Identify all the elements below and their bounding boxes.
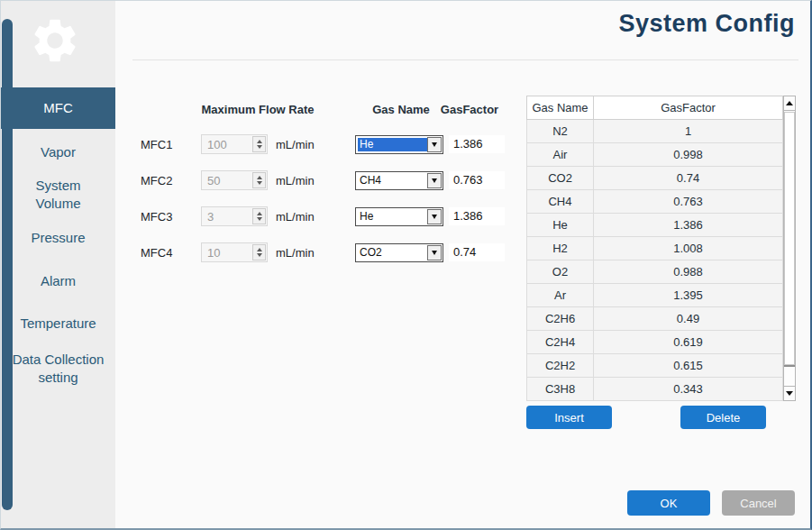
- sidebar-item-mfc[interactable]: MFC: [1, 87, 115, 129]
- sidebar-item-pressure[interactable]: Pressure: [1, 229, 115, 249]
- max-flow-rate-header: Maximum Flow Rate: [190, 103, 325, 116]
- header-divider: [132, 59, 798, 60]
- dropdown-arrow-button[interactable]: [427, 245, 442, 260]
- gas-table-header: Gas Name GasFactor: [526, 96, 783, 120]
- flow-rate-spinner[interactable]: 3: [201, 206, 268, 226]
- gas-factor-value: 1.386: [449, 135, 505, 153]
- flow-rate-value: 50: [202, 174, 252, 187]
- sidebar-item-alarm[interactable]: Alarm: [1, 272, 115, 292]
- flow-rate-spinner[interactable]: 100: [201, 134, 268, 154]
- table-scrollbar[interactable]: [783, 96, 796, 401]
- gas-name-cell: He: [527, 214, 594, 236]
- spinner-arrows-icon[interactable]: [252, 208, 266, 224]
- gas-table-header-gas-factor: GasFactor: [594, 96, 782, 119]
- gas-name-cell: C3H8: [527, 378, 594, 400]
- gas-factor-cell: 0.988: [594, 260, 782, 283]
- dropdown-arrow-button[interactable]: [427, 209, 442, 224]
- gas-table-row[interactable]: C2H2 0.615: [527, 354, 782, 378]
- flow-rate-value: 100: [202, 138, 252, 151]
- gas-factor-cell: 0.763: [594, 190, 782, 213]
- gas-factor-cell: 0.49: [594, 307, 782, 330]
- sidebar: MFCVaporSystem VolumePressureAlarmTemper…: [1, 1, 115, 528]
- gas-factor-cell: 1: [594, 120, 782, 142]
- chevron-down-icon: [432, 142, 437, 147]
- mfc-label: MFC2: [141, 174, 201, 187]
- gas-table-row[interactable]: Ar 1.395: [527, 284, 782, 307]
- gas-name-cell: Air: [527, 143, 594, 166]
- insert-button[interactable]: Insert: [526, 406, 612, 429]
- spinner-arrows-icon[interactable]: [252, 172, 266, 188]
- gas-dropdown-value: CO2: [358, 246, 427, 260]
- chevron-down-icon: [432, 215, 437, 219]
- gas-name-dropdown[interactable]: CH4: [355, 171, 443, 190]
- delete-button[interactable]: Delete: [680, 406, 766, 429]
- gas-dropdown-value: He: [358, 138, 427, 151]
- gas-table-header-gas-name: Gas Name: [527, 96, 594, 119]
- flow-unit: mL/min: [268, 246, 355, 260]
- flow-rate-value: 10: [202, 246, 252, 260]
- gas-table-row[interactable]: C2H4 0.619: [527, 331, 782, 354]
- mfc-rows: MFC1 100 mL/min He 1.386 MFC2 50 mL/min: [141, 134, 519, 279]
- gas-name-cell: O2: [527, 260, 594, 283]
- gas-name-dropdown[interactable]: CO2: [355, 243, 443, 262]
- gas-table-row[interactable]: Air 0.998: [527, 143, 782, 167]
- gas-factor-cell: 1.386: [594, 214, 782, 236]
- dropdown-arrow-button[interactable]: [427, 173, 442, 188]
- system-config-window: MFCVaporSystem VolumePressureAlarmTemper…: [0, 0, 812, 530]
- page-title: System Config: [618, 10, 795, 38]
- dropdown-arrow-button[interactable]: [427, 137, 442, 152]
- cancel-button[interactable]: Cancel: [722, 490, 795, 516]
- sidebar-item-temperature[interactable]: Temperature: [1, 315, 115, 334]
- gas-factor-value: 1.386: [449, 207, 505, 225]
- mfc-row: MFC3 3 mL/min He 1.386: [141, 206, 519, 226]
- mfc-row: MFC1 100 mL/min He 1.386: [141, 134, 519, 154]
- flow-rate-spinner[interactable]: 50: [201, 170, 268, 190]
- gas-table-row[interactable]: N2 1: [527, 120, 782, 143]
- spin-down-icon: [257, 181, 262, 185]
- sidebar-item-data-collection[interactable]: Data Collection setting: [1, 351, 115, 387]
- gear-icon: [26, 12, 84, 69]
- gas-factor-cell: 0.615: [594, 354, 782, 377]
- gas-table-row[interactable]: CO2 0.74: [527, 167, 782, 190]
- gas-factor-header: GasFactor: [440, 103, 499, 116]
- mfc-label: MFC3: [141, 210, 201, 224]
- gas-factor-table: Gas Name GasFactor N2 1 Air 0.998 CO2 0.…: [526, 96, 795, 401]
- scrollbar-thumb[interactable]: [784, 112, 795, 367]
- mfc-label: MFC4: [141, 246, 201, 260]
- gas-table-row[interactable]: O2 0.988: [527, 260, 782, 284]
- spin-down-icon: [257, 217, 262, 221]
- spin-up-icon: [257, 140, 262, 143]
- sidebar-item-vapor[interactable]: Vapor: [1, 143, 115, 163]
- spinner-arrows-icon[interactable]: [252, 136, 266, 152]
- sidebar-item-system-volume[interactable]: System Volume: [1, 177, 115, 216]
- gas-dropdown-value: CH4: [358, 174, 427, 187]
- gas-factor-value: 0.74: [449, 243, 505, 261]
- mfc-row: MFC2 50 mL/min CH4 0.763: [141, 170, 519, 190]
- gas-factor-cell: 1.008: [594, 237, 782, 260]
- gas-name-dropdown[interactable]: He: [355, 207, 443, 226]
- ok-button[interactable]: OK: [627, 490, 710, 516]
- chevron-down-icon: [432, 251, 437, 255]
- gas-name-cell: Ar: [527, 284, 594, 306]
- gas-name-dropdown[interactable]: He: [355, 135, 443, 154]
- flow-rate-spinner[interactable]: 10: [201, 242, 268, 262]
- gas-name-cell: CH4: [527, 190, 594, 213]
- scroll-up-button[interactable]: [784, 96, 795, 111]
- spin-down-icon: [257, 145, 262, 149]
- gas-table-row[interactable]: He 1.386: [527, 214, 782, 237]
- gas-name-header: Gas Name: [364, 103, 438, 116]
- gas-table-row[interactable]: C3H8 0.343: [527, 378, 782, 401]
- spin-up-icon: [257, 212, 262, 215]
- flow-rate-value: 3: [202, 210, 252, 224]
- gas-table-row[interactable]: C2H6 0.49: [527, 307, 782, 331]
- gas-name-cell: C2H4: [527, 331, 594, 353]
- flow-unit: mL/min: [268, 138, 355, 151]
- gas-name-cell: C2H2: [527, 354, 594, 377]
- scroll-down-button[interactable]: [784, 386, 795, 400]
- gas-table-row[interactable]: CH4 0.763: [527, 190, 782, 214]
- spin-down-icon: [257, 253, 262, 257]
- mfc-label: MFC1: [141, 138, 201, 151]
- gas-table-row[interactable]: H2 1.008: [527, 237, 782, 260]
- spinner-arrows-icon[interactable]: [252, 244, 266, 260]
- gas-factor-cell: 0.343: [594, 378, 782, 400]
